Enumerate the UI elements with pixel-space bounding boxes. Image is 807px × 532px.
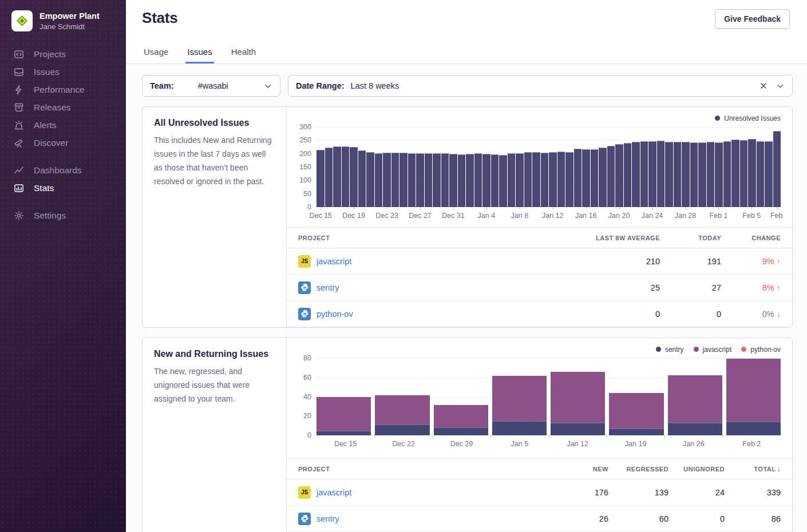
x-tick [453,207,454,210]
performance-icon [13,84,24,95]
bar [640,141,648,207]
x-tick-label: Dec 23 [375,212,398,220]
y-tick-label: 20 [303,412,311,420]
stacked-bar-jan-26 [668,358,722,435]
project-cell: python-ov [298,308,563,320]
tab-usage[interactable]: Usage [142,42,170,63]
project-link[interactable]: javascript [317,257,351,266]
project-link[interactable]: python-ov [317,309,353,319]
sidebar-item-alerts[interactable]: Alerts [0,116,126,134]
python-icon [298,308,311,320]
main-area: Stats Give Feedback UsageIssuesHealth Te… [126,0,807,532]
y-tick-label: 300 [299,123,311,131]
sidebar-item-settings[interactable]: Settings [0,207,126,224]
x-tick [553,207,553,210]
x-tick [374,435,375,438]
stats-icon [13,182,24,193]
x-tick [420,207,421,210]
y-tick-label: 0 [307,203,311,211]
segment-sentry [492,421,547,435]
bar [549,152,557,207]
legend-item-sentry[interactable]: sentry [656,346,684,354]
column-header-project: PROJECT [298,466,551,473]
releases-icon [13,102,24,113]
sidebar-item-label: Projects [34,49,66,59]
chart-legend: sentryjavascriptpython-ov [294,343,781,355]
org-switcher[interactable]: Empower Plant Jane Schmidt [0,0,126,31]
plot [317,127,781,207]
bar [508,153,516,207]
x-tick-label: Dec 27 [409,212,432,220]
bar [599,148,607,207]
column-header-change: CHANGE [721,235,781,241]
date-range-filter[interactable]: Date Range: Last 8 weeks [288,75,793,97]
plot-area: 050100150200250300 [294,127,781,207]
sidebar-item-dashboards[interactable]: Dashboards [0,161,126,179]
project-link[interactable]: sentry [317,283,339,292]
value-cell: 86 [725,514,781,523]
bar [757,141,765,207]
project-link[interactable]: sentry [317,514,339,523]
bar [682,142,690,207]
value-cell: 176 [551,488,608,497]
nav-group: DashboardsStats [0,161,126,197]
sidebar-item-stats[interactable]: Stats [0,179,126,197]
legend-item-javascript[interactable]: javascript [694,346,732,354]
column-header-last-8w-average: LAST 8W AVERAGE [563,235,660,241]
sidebar-item-projects[interactable]: Projects [0,45,126,63]
sidebar-item-label: Discover [34,138,68,148]
table-row: JSjavascript2101919% ↑ [287,248,792,275]
legend-item-unresolved-issues[interactable]: Unresolved Issues [715,114,781,122]
x-tick-label: Dec 22 [392,440,415,448]
sidebar-item-discover[interactable]: Discover [0,134,126,152]
tab-health[interactable]: Health [230,42,258,63]
x-tick-label: Jan 19 [625,440,647,448]
give-feedback-button[interactable]: Give Feedback [715,9,790,29]
segment-sentry [317,431,371,435]
x-tick [751,207,752,210]
column-header-total[interactable]: TOTAL↓ [725,465,781,473]
x-tick-label: Jan 20 [608,212,630,220]
x-tick [490,435,491,438]
column-header-unignored: UNIGNORED [668,466,725,473]
x-tick-label: Jan 12 [567,440,588,448]
sidebar-nav: ProjectsIssuesPerformanceReleasesAlertsD… [0,45,126,224]
y-tick-label: 60 [303,374,311,382]
y-tick-label: 250 [299,136,311,144]
column-header-today: TODAY [660,235,721,241]
sidebar-item-performance[interactable]: Performance [0,81,126,98]
stacked-bar-dec-22 [375,358,429,435]
clear-icon[interactable] [759,82,768,90]
bar [765,141,773,207]
chevron-down-icon[interactable] [776,82,785,90]
sidebar-item-issues[interactable]: Issues [0,63,126,81]
page-header: Stats Give Feedback UsageIssuesHealth [126,0,807,64]
segment-javascript [551,372,605,423]
segment-javascript [726,359,781,422]
project-cell: sentry [298,281,563,294]
x-tick-label: Dec 29 [450,440,473,448]
plot-area: 020406080 [294,358,781,435]
table-row: sentry25278% ↑ [287,275,792,301]
stacked-bar-dec-15 [317,358,371,435]
segment-sentry [434,427,488,435]
sidebar-item-label: Issues [34,67,60,77]
x-tick [486,207,487,210]
value-cell: 25 [563,283,660,292]
legend-item-python-ov[interactable]: python-ov [741,346,781,354]
chevron-down-icon[interactable] [264,82,272,90]
bar [499,155,507,207]
team-filter[interactable]: Team: W #wasabi [142,75,280,97]
sidebar-item-releases[interactable]: Releases [0,98,126,116]
legend-dot-icon [656,347,661,352]
discover-icon [13,137,24,148]
project-link[interactable]: javascript [317,488,351,497]
x-tick-label: Jan 5 [511,440,529,448]
x-axis: Dec 15Dec 22Dec 29Jan 5Jan 12Jan 19Jan 2… [317,435,781,451]
sort-desc-icon: ↓ [777,465,781,473]
value-cell: 26 [551,514,608,523]
x-tick-label: Jan 26 [683,440,705,448]
table-row: python-ov000% ↓ [287,301,792,327]
bar [399,153,408,207]
tab-issues[interactable]: Issues [185,42,213,63]
